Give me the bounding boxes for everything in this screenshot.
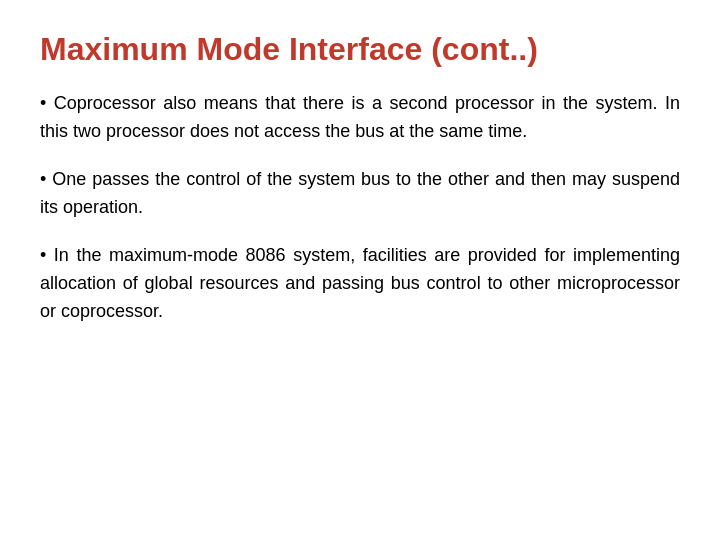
slide-title: Maximum Mode Interface (cont..) <box>40 30 680 68</box>
slide-body: • Coprocessor also means that there is a… <box>40 90 680 510</box>
bullet-item-2: • One passes the control of the system b… <box>40 166 680 222</box>
slide-container: Maximum Mode Interface (cont..) • Coproc… <box>0 0 720 540</box>
bullet-item-3: • In the maximum-mode 8086 system, facil… <box>40 242 680 326</box>
bullet-item-1: • Coprocessor also means that there is a… <box>40 90 680 146</box>
